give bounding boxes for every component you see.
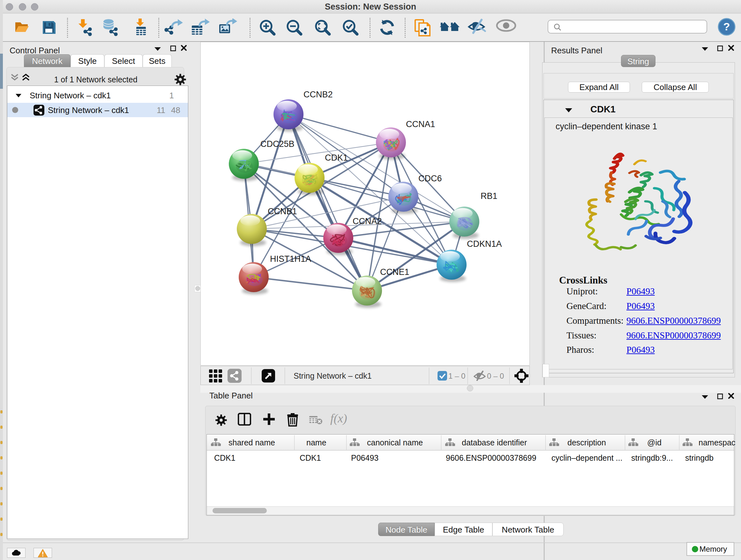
svg-text:?: ? <box>724 20 730 33</box>
svg-text:CCNB1: CCNB1 <box>268 206 297 216</box>
svg-text:CCNB2: CCNB2 <box>304 90 333 99</box>
svg-text:CCNA2: CCNA2 <box>353 216 382 226</box>
svg-text:CCNA1: CCNA1 <box>406 119 435 129</box>
svg-text:CDK1: CDK1 <box>325 153 348 163</box>
svg-text:RB1: RB1 <box>481 191 497 201</box>
svg-text:HIST1H1A: HIST1H1A <box>270 254 311 264</box>
svg-text:CDKN1A: CDKN1A <box>467 239 502 249</box>
svg-text:CDC6: CDC6 <box>418 174 442 183</box>
svg-text:CCNE1: CCNE1 <box>380 267 409 277</box>
svg-text:CDC25B: CDC25B <box>260 139 294 149</box>
